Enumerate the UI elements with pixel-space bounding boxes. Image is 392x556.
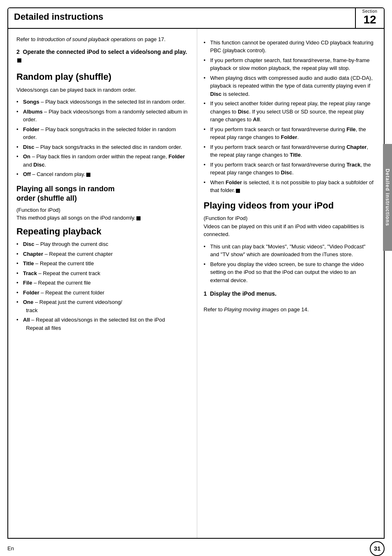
item-bold: Off	[23, 171, 31, 177]
item-bold: Disc	[210, 91, 221, 97]
item-bold: File	[346, 126, 355, 132]
item-bold: Disc	[238, 109, 249, 115]
section-badge: Section 12	[355, 8, 384, 28]
right-column: This function cannot be operated during …	[197, 29, 384, 538]
list-item: Title – Repeat the current title	[16, 259, 189, 268]
list-item: Albums – Play back videos/songs from a r…	[16, 108, 189, 124]
list-item: If you perform track search or fast forw…	[204, 161, 376, 177]
item-bold: One	[23, 299, 33, 305]
repeating-section: Repeating playback Disc – Play through t…	[16, 226, 189, 332]
section-number: 12	[363, 14, 376, 26]
list-item: On – Play back files in random order wit…	[16, 153, 189, 169]
random-play-heading: Random play (shuffle)	[16, 72, 189, 82]
stop-symbol	[17, 58, 21, 63]
item-bold: File	[23, 280, 32, 286]
shuffle-all-section: Playing all songs in randomorder (shuffl…	[16, 184, 189, 222]
shuffle-all-heading: Playing all songs in randomorder (shuffl…	[16, 184, 189, 204]
list-item: One – Repeat just the current video/song…	[16, 298, 189, 314]
step-1-text: Display the iPod menus.	[210, 290, 277, 297]
item-bold: On	[23, 153, 30, 160]
right-top-list: This function cannot be operated during …	[204, 39, 376, 195]
list-item: If you perform track search or fast forw…	[204, 143, 376, 159]
page-footer: En 31	[0, 539, 392, 556]
list-item: Before you display the video screen, be …	[204, 260, 376, 285]
item-bold: Disc	[281, 169, 292, 176]
stop-symbol	[136, 216, 141, 220]
footer-language: En	[7, 545, 14, 551]
stop-symbol	[86, 173, 90, 177]
step-1-label: 1	[204, 290, 210, 297]
side-tab: Detailed instructions	[383, 144, 392, 251]
refer-text: Refer to Playing moving images on page 1…	[204, 306, 376, 314]
list-item: This unit can play back "Movies", "Music…	[204, 243, 376, 259]
item-bold: Chapter	[346, 144, 367, 150]
playing-videos-heading: Playing videos from your iPod	[204, 200, 376, 211]
list-item: Disc – Play through the current disc	[16, 240, 189, 248]
list-item: If you select another folder during repe…	[204, 100, 376, 124]
list-item: File – Repeat the current file	[16, 279, 189, 287]
list-item: Disc – Play back songs/tracks in the sel…	[16, 143, 189, 151]
step-2-label: 2	[16, 49, 23, 55]
refer-italic: Playing moving images	[224, 306, 279, 313]
item-bold: All	[253, 116, 260, 123]
item-bold: Folder	[226, 179, 242, 185]
item-bold: Chapter	[23, 251, 43, 257]
page-header: Detailed instructions Section 12	[7, 7, 385, 29]
random-play-list: Songs – Play back videos/songs in the se…	[16, 98, 189, 178]
item-bold: Track	[23, 270, 37, 276]
list-item: Off – Cancel random play.	[16, 170, 189, 178]
item-bold: Disc	[23, 241, 34, 247]
item-bold: Albums	[23, 109, 43, 115]
step-2-text: Operate the connected iPod to select a v…	[16, 49, 187, 63]
playing-videos-list: This unit can play back "Movies", "Music…	[204, 243, 376, 285]
item-bold: Track	[346, 162, 360, 168]
playing-videos-function: (Function for iPod)Videos can be played …	[204, 214, 376, 239]
item-bold: Disc	[33, 162, 44, 168]
item-bold: Folder	[23, 290, 39, 296]
list-item: When playing discs with compressed audio…	[204, 74, 376, 98]
main-content: Refer to Introduction of sound playback …	[7, 29, 385, 539]
footer-page-number: 31	[370, 541, 385, 556]
list-item: If you perform chapter search, fast forw…	[204, 56, 376, 72]
repeating-heading: Repeating playback	[16, 226, 189, 237]
page-title: Detailed instructions	[8, 8, 355, 28]
random-play-section: Random play (shuffle) Videos/songs can b…	[16, 72, 189, 178]
list-item: When Folder is selected, it is not possi…	[204, 178, 376, 195]
item-bold: Folder	[281, 134, 297, 140]
step-1-instruction: 1 Display the iPod menus.	[204, 290, 376, 298]
item-bold: Title	[23, 260, 34, 266]
list-item: All – Repeat all videos/songs in the sel…	[16, 316, 189, 332]
stop-symbol	[236, 189, 240, 193]
item-bold: Disc	[23, 144, 34, 150]
list-item: Folder – Repeat the current folder	[16, 289, 189, 297]
left-column: Refer to Introduction of sound playback …	[8, 29, 197, 538]
shuffle-all-function: (Function for iPod)This method plays all…	[16, 206, 189, 222]
step-2-instruction: 2 Operate the connected iPod to select a…	[16, 48, 189, 64]
item-bold: Title	[290, 152, 301, 158]
item-bold: Folder	[23, 126, 39, 132]
list-item: Folder – Play back songs/tracks in the s…	[16, 125, 189, 141]
item-bold: Songs	[23, 99, 39, 105]
list-item: Chapter – Repeat the current chapter	[16, 250, 189, 258]
item-bold: Folder	[168, 153, 185, 160]
item-bold: All	[23, 317, 30, 323]
intro-italic: Introduction of sound playback operation…	[37, 36, 136, 42]
list-item: This function cannot be operated during …	[204, 39, 376, 55]
side-tab-label: Detailed instructions	[385, 169, 390, 226]
playing-videos-section: Playing videos from your iPod (Function …	[204, 200, 376, 313]
list-item: Track – Repeat the current track	[16, 269, 189, 278]
list-item: If you perform track search or fast forw…	[204, 125, 376, 141]
random-play-body: Videos/songs can be played back in rando…	[16, 86, 189, 94]
list-item: Songs – Play back videos/songs in the se…	[16, 98, 189, 106]
intro-text: Refer to Introduction of sound playback …	[16, 35, 189, 44]
repeating-list: Disc – Play through the current disc Cha…	[16, 240, 189, 332]
